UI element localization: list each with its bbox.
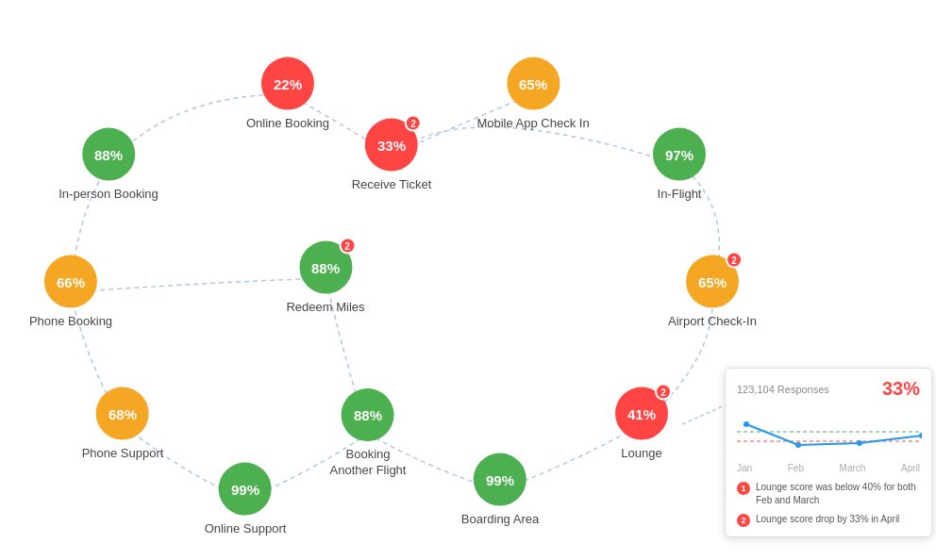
circle-redeem-miles: 88%2 — [299, 241, 352, 294]
circle-airport-checkin: 65%2 — [686, 255, 739, 308]
label-online-support: Online Support — [205, 521, 287, 537]
svg-point-3 — [744, 421, 749, 427]
tooltip-header: 123,104 Responses 33% — [737, 378, 920, 400]
circle-receive-ticket: 33%2 — [365, 119, 418, 172]
badge-lounge: 2 — [655, 384, 672, 401]
month-label: April — [901, 463, 920, 473]
pct-phone-booking: 66% — [57, 273, 85, 289]
node-lounge[interactable]: 41%2Lounge — [615, 387, 668, 462]
pct-redeem-miles: 88% — [311, 259, 340, 275]
pct-in-person-booking: 88% — [94, 146, 123, 162]
pct-lounge: 41% — [627, 405, 656, 421]
circle-in-flight: 97% — [653, 128, 706, 181]
mini-chart — [737, 405, 922, 457]
node-online-booking[interactable]: 22%Online Booking — [246, 58, 329, 132]
circle-online-support: 99% — [219, 463, 272, 516]
circle-lounge: 41%2 — [615, 387, 668, 440]
journey-diagram: 22%Online Booking65%Mobile App Check In8… — [0, 0, 936, 560]
label-mobile-checkin: Mobile App Check In — [476, 116, 589, 132]
node-online-support[interactable]: 99%Online Support — [205, 463, 287, 537]
label-lounge: Lounge — [621, 446, 661, 462]
tooltip-box: 123,104 Responses 33% JanFebMarchApril 1… — [725, 368, 932, 537]
svg-point-5 — [857, 440, 862, 446]
label-boarding-area: Boarding Area — [461, 512, 539, 528]
note-item: 2 Lounge score drop by 33% in April — [737, 513, 920, 527]
label-in-person-booking: In-person Booking — [58, 187, 159, 203]
pct-in-flight: 97% — [665, 146, 694, 162]
circle-booking-another: 88% — [342, 388, 394, 441]
pct-receive-ticket: 33% — [377, 137, 406, 153]
svg-line-0 — [682, 405, 725, 424]
node-receive-ticket[interactable]: 33%2Receive Ticket — [352, 119, 432, 193]
node-phone-support[interactable]: 68%Phone Support — [82, 387, 164, 462]
node-in-flight[interactable]: 97%In-Flight — [653, 128, 706, 203]
month-label: Feb — [788, 463, 804, 473]
note-item: 1 Lounge score was below 40% for both Fe… — [737, 481, 920, 507]
svg-point-4 — [795, 442, 801, 448]
node-booking-another[interactable]: 88%BookingAnother Flight — [330, 388, 407, 479]
tooltip-chart: JanFebMarchApril — [737, 405, 920, 473]
pct-online-support: 99% — [231, 481, 259, 497]
badge-receive-ticket: 2 — [405, 115, 422, 132]
label-booking-another: BookingAnother Flight — [330, 447, 407, 479]
pct-airport-checkin: 65% — [698, 273, 727, 289]
pct-online-booking: 22% — [274, 75, 302, 91]
label-receive-ticket: Receive Ticket — [352, 177, 432, 193]
node-phone-booking[interactable]: 66%Phone Booking — [29, 255, 112, 330]
circle-mobile-checkin: 65% — [507, 58, 560, 110]
pct-mobile-checkin: 65% — [519, 75, 547, 91]
svg-point-6 — [919, 433, 922, 438]
circle-boarding-area: 99% — [474, 453, 526, 506]
label-airport-checkin: Airport Check-In — [668, 314, 757, 330]
chart-month-labels: JanFebMarchApril — [737, 463, 920, 473]
note-num: 1 — [737, 482, 750, 495]
circle-phone-support: 68% — [96, 387, 149, 440]
circle-online-booking: 22% — [261, 58, 314, 110]
note-text: Lounge score drop by 33% in April — [756, 513, 899, 526]
badge-redeem-miles: 2 — [339, 238, 356, 255]
month-label: March — [840, 463, 866, 473]
pct-booking-another: 88% — [354, 407, 382, 423]
badge-airport-checkin: 2 — [726, 252, 743, 269]
node-mobile-checkin[interactable]: 65%Mobile App Check In — [476, 58, 589, 132]
label-phone-support: Phone Support — [82, 446, 164, 462]
circle-in-person-booking: 88% — [82, 128, 135, 181]
tooltip-pct: 33% — [882, 378, 920, 400]
note-text: Lounge score was below 40% for both Feb … — [756, 481, 920, 507]
node-redeem-miles[interactable]: 88%2Redeem Miles — [286, 241, 364, 316]
node-airport-checkin[interactable]: 65%2Airport Check-In — [668, 255, 757, 330]
label-in-flight: In-Flight — [658, 187, 702, 203]
tooltip-responses: 123,104 Responses — [737, 384, 829, 395]
note-num: 2 — [737, 514, 750, 527]
circle-phone-booking: 66% — [44, 255, 97, 308]
pct-phone-support: 68% — [109, 405, 137, 421]
node-in-person-booking[interactable]: 88%In-person Booking — [58, 128, 159, 203]
month-label: Jan — [737, 463, 752, 473]
label-online-booking: Online Booking — [246, 116, 329, 132]
label-redeem-miles: Redeem Miles — [286, 300, 364, 316]
label-phone-booking: Phone Booking — [29, 314, 112, 330]
pct-boarding-area: 99% — [486, 471, 514, 487]
node-boarding-area[interactable]: 99%Boarding Area — [461, 453, 539, 528]
